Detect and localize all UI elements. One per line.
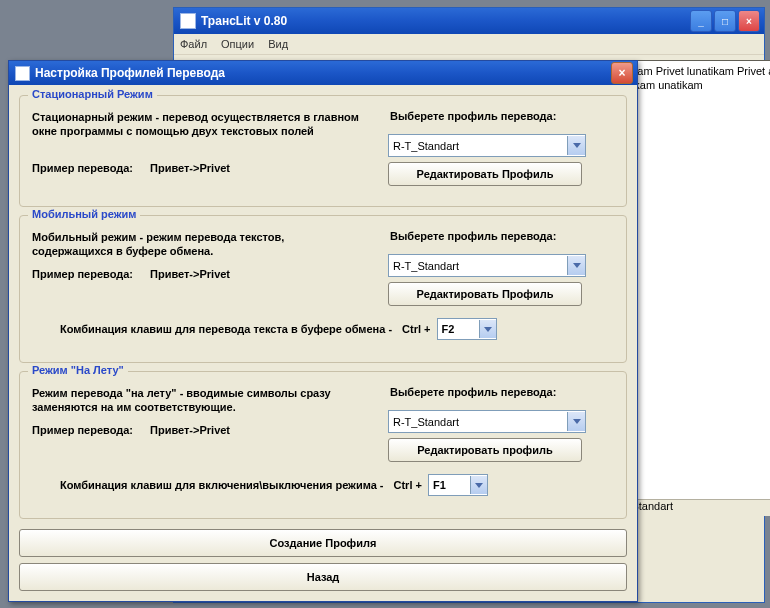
onfly-profile-value: R-T_Standart bbox=[393, 416, 459, 428]
onfly-select-label: Выберете профиль перевода: bbox=[390, 386, 556, 398]
mobile-example-label: Пример перевода: bbox=[32, 268, 133, 280]
mobile-hotkey-mod: Ctrl + bbox=[402, 323, 430, 335]
onfly-hotkey-label: Комбинация клавиш для включения\выключен… bbox=[60, 479, 384, 491]
onfly-hotkey-value: F1 bbox=[433, 479, 446, 491]
stationary-legend: Стационарный Режим bbox=[28, 88, 157, 100]
onfly-example-label: Пример перевода: bbox=[32, 424, 133, 436]
menu-view[interactable]: Вид bbox=[268, 38, 288, 50]
mobile-profile-value: R-T_Standart bbox=[393, 260, 459, 272]
main-titlebar: ТрансLit v 0.80 _ □ × bbox=[174, 8, 764, 34]
chevron-down-icon bbox=[567, 256, 585, 275]
onfly-edit-label: Редактировать профиль bbox=[417, 444, 553, 456]
stationary-edit-label: Редактировать Профиль bbox=[417, 168, 554, 180]
onfly-legend: Режим "На Лету" bbox=[28, 364, 128, 376]
mobile-select-label: Выберете профиль перевода: bbox=[390, 230, 556, 242]
window-controls: _ □ × bbox=[690, 10, 760, 32]
stationary-profile-value: R-T_Standart bbox=[393, 140, 459, 152]
chevron-down-icon bbox=[567, 136, 585, 155]
menu-options[interactable]: Опции bbox=[221, 38, 254, 50]
close-button[interactable]: × bbox=[738, 10, 760, 32]
create-profile-label: Создание Профиля bbox=[270, 537, 377, 549]
chevron-down-icon bbox=[470, 476, 487, 494]
mobile-edit-button[interactable]: Редактировать Профиль bbox=[388, 282, 582, 306]
dialog-close-button[interactable]: × bbox=[611, 62, 633, 84]
onfly-profile-combo[interactable]: R-T_Standart bbox=[388, 410, 586, 433]
profiles-dialog: Настройка Профилей Перевода × Стационарн… bbox=[8, 60, 638, 602]
mobile-hotkey-row: Комбинация клавиш для перевода текста в … bbox=[60, 318, 614, 340]
menu-file[interactable]: Файл bbox=[180, 38, 207, 50]
chevron-down-icon bbox=[567, 412, 585, 431]
onfly-edit-button[interactable]: Редактировать профиль bbox=[388, 438, 582, 462]
stationary-edit-button[interactable]: Редактировать Профиль bbox=[388, 162, 582, 186]
maximize-button[interactable]: □ bbox=[714, 10, 736, 32]
onfly-hotkey-combo[interactable]: F1 bbox=[428, 474, 488, 496]
minimize-button[interactable]: _ bbox=[690, 10, 712, 32]
onfly-hotkey-mod: Ctrl + bbox=[394, 479, 422, 491]
group-mobile: Мобильный режим Мобильный режим - режим … bbox=[19, 215, 627, 363]
stationary-example-label: Пример перевода: bbox=[32, 162, 133, 174]
mobile-hotkey-value: F2 bbox=[442, 323, 455, 335]
create-profile-button[interactable]: Создание Профиля bbox=[19, 529, 627, 557]
back-button[interactable]: Назад bbox=[19, 563, 627, 591]
stationary-profile-combo[interactable]: R-T_Standart bbox=[388, 134, 586, 157]
mobile-example-value: Привет->Privet bbox=[150, 268, 230, 280]
dialog-icon bbox=[15, 66, 30, 81]
mobile-hotkey-combo[interactable]: F2 bbox=[437, 318, 497, 340]
app-title: ТрансLit v 0.80 bbox=[201, 14, 287, 28]
menubar: Файл Опции Вид bbox=[174, 34, 764, 55]
group-onfly: Режим "На Лету" Режим перевода "на лету"… bbox=[19, 371, 627, 519]
stationary-desc: Стационарный режим - перевод осуществляе… bbox=[32, 110, 362, 138]
onfly-hotkey-row: Комбинация клавиш для включения\выключен… bbox=[60, 474, 614, 496]
onfly-example-value: Привет->Privet bbox=[150, 424, 230, 436]
mobile-hotkey-label: Комбинация клавиш для перевода текста в … bbox=[60, 323, 392, 335]
group-stationary: Стационарный Режим Стационарный режим - … bbox=[19, 95, 627, 207]
dialog-title: Настройка Профилей Перевода bbox=[35, 66, 225, 80]
dialog-titlebar: Настройка Профилей Перевода × bbox=[9, 61, 637, 85]
mobile-desc: Мобильный режим - режим перевода текстов… bbox=[32, 230, 362, 258]
mobile-edit-label: Редактировать Профиль bbox=[417, 288, 554, 300]
stationary-example-value: Привет->Privet bbox=[150, 162, 230, 174]
chevron-down-icon bbox=[479, 320, 496, 338]
back-label: Назад bbox=[307, 571, 340, 583]
mobile-profile-combo[interactable]: R-T_Standart bbox=[388, 254, 586, 277]
stationary-select-label: Выберете профиль перевода: bbox=[390, 110, 556, 122]
mobile-legend: Мобильный режим bbox=[28, 208, 140, 220]
onfly-desc: Режим перевода "на лету" - вводимые симв… bbox=[32, 386, 362, 414]
app-icon bbox=[180, 13, 196, 29]
